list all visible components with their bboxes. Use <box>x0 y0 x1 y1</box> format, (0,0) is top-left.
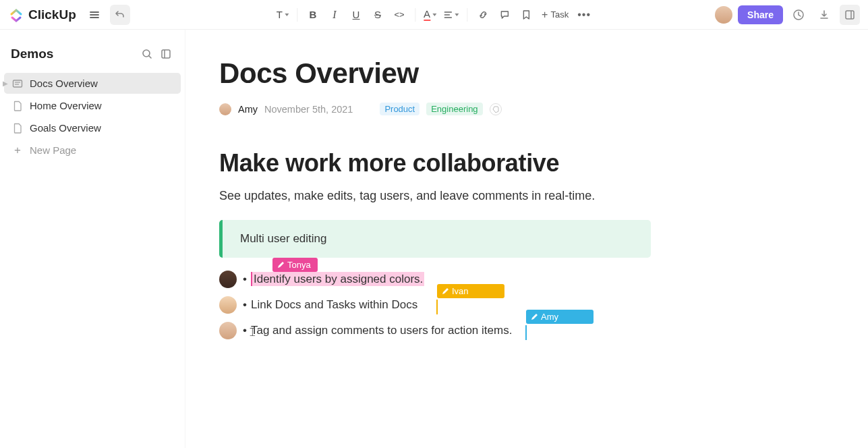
share-button[interactable]: Share <box>738 5 783 24</box>
list-item[interactable]: Ivan •Link Docs and Tasks within Docs <box>243 298 718 312</box>
cursor-label-amy: Amy <box>526 310 594 324</box>
bullet-text: Identify users by assigned colors. <box>251 272 424 286</box>
list-item[interactable]: Amy 𝙸 •Tag and assign comments to users … <box>243 324 718 337</box>
sidebar-new-page[interactable]: + New Page <box>4 140 181 161</box>
heading[interactable]: Make work more collaborative <box>219 149 718 177</box>
cursor-indicator <box>436 300 438 314</box>
pencil-icon <box>277 261 285 269</box>
author-avatar[interactable] <box>219 103 231 115</box>
comment-button[interactable] <box>494 5 515 25</box>
text-style-dropdown[interactable]: T <box>274 5 291 25</box>
cursor-label-ivan: Ivan <box>437 284 504 298</box>
svg-rect-1 <box>846 11 854 19</box>
cursor-indicator <box>525 325 527 340</box>
bookmark-button[interactable] <box>516 5 536 25</box>
add-tag-button[interactable] <box>490 103 502 115</box>
doc-icon <box>12 101 23 111</box>
plus-icon: + <box>12 144 23 156</box>
sidebar-item-goals-overview[interactable]: Goals Overview <box>4 117 181 138</box>
italic-button[interactable]: I <box>324 5 345 25</box>
doc-icon <box>12 123 23 134</box>
sidebar-title: Demos <box>11 47 53 61</box>
pencil-icon <box>530 313 538 321</box>
doc-date: November 5th, 2021 <box>264 104 353 115</box>
chevron-right-icon: ▶ <box>3 80 8 87</box>
bold-button[interactable]: B <box>303 5 323 25</box>
code-button[interactable]: <> <box>389 5 409 25</box>
callout-text: Multi user editing <box>240 232 327 245</box>
paragraph[interactable]: See updates, make edits, tag users, and … <box>219 187 718 205</box>
underline-button[interactable]: U <box>346 5 366 25</box>
svg-rect-7 <box>13 80 22 87</box>
logo-text: ClickUp <box>28 7 76 22</box>
logo[interactable]: ClickUp <box>8 7 76 23</box>
collaborator-avatar <box>219 271 237 288</box>
sidebar-item-docs-overview[interactable]: ▶ Docs Overview <box>4 73 181 94</box>
collaborator-avatar <box>219 322 237 339</box>
bullet-text: Tag and assign comments to users for act… <box>251 324 512 337</box>
link-button[interactable] <box>473 5 493 25</box>
add-task-button[interactable]: +Task <box>538 5 573 25</box>
search-icon[interactable] <box>139 46 155 62</box>
doc-meta: Amy November 5th, 2021 Product Engineeri… <box>219 103 718 115</box>
download-icon[interactable] <box>814 5 834 25</box>
clickup-logo-icon <box>8 7 24 23</box>
sidebar-item-label: New Page <box>30 144 76 156</box>
svg-line-4 <box>149 56 151 58</box>
strikethrough-button[interactable]: S <box>368 5 388 25</box>
sidebar-item-label: Goals Overview <box>30 122 101 134</box>
doc-title[interactable]: Docs Overview <box>219 57 718 90</box>
svg-rect-5 <box>162 50 170 58</box>
main-content: Docs Overview Amy November 5th, 2021 Pro… <box>185 30 868 448</box>
sidebar-item-home-overview[interactable]: Home Overview <box>4 95 181 116</box>
doc-landscape-icon <box>12 78 23 89</box>
more-options-button[interactable]: ••• <box>574 5 594 25</box>
sidebar-item-label: Docs Overview <box>30 78 98 89</box>
user-avatar[interactable] <box>715 6 732 24</box>
bullet-text: Link Docs and Tasks within Docs <box>251 298 417 311</box>
author-name[interactable]: Amy <box>238 104 258 115</box>
tag-engineering[interactable]: Engineering <box>426 103 482 115</box>
tag-product[interactable]: Product <box>380 103 419 115</box>
sidebar: Demos ▶ Docs Overview Home Overview Goal… <box>0 30 185 448</box>
undo-button[interactable] <box>110 5 130 25</box>
collapse-sidebar-icon[interactable] <box>158 46 174 62</box>
menu-icon[interactable] <box>84 5 105 25</box>
history-icon[interactable] <box>788 5 809 25</box>
callout-block[interactable]: Multi user editing <box>219 220 651 258</box>
panel-toggle-icon[interactable] <box>840 5 860 25</box>
collaborator-avatar <box>219 296 237 314</box>
text-cursor-icon: 𝙸 <box>248 325 257 339</box>
sidebar-item-label: Home Overview <box>30 100 102 111</box>
cursor-label-tonya: Tonya <box>272 258 318 272</box>
text-color-dropdown[interactable]: A <box>421 5 439 25</box>
align-dropdown[interactable] <box>440 5 461 25</box>
pencil-icon <box>441 287 449 296</box>
